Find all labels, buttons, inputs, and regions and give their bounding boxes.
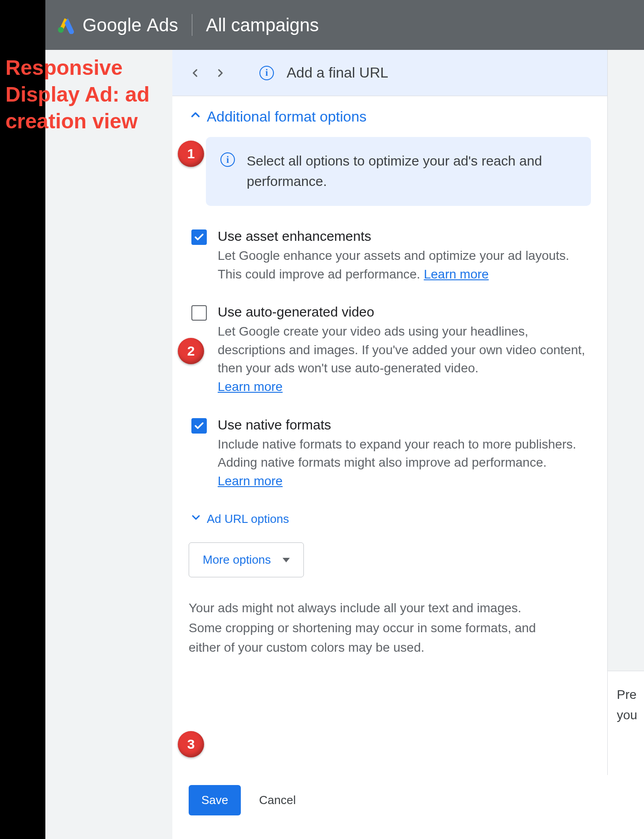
sliver-line: Pre [617, 685, 644, 705]
prev-message-button[interactable] [189, 67, 201, 79]
sliver-line: you [617, 705, 644, 726]
action-bar: Save Cancel [172, 775, 644, 839]
sub-toggle-label: Ad URL options [207, 512, 289, 526]
option-auto-generated-video: Use auto-generated video Let Google crea… [191, 304, 591, 396]
next-message-button[interactable] [214, 67, 227, 79]
info-icon: i [259, 66, 274, 80]
app-header: Google Ads All campaigns [45, 0, 644, 50]
additional-format-options-toggle[interactable]: Additional format options [189, 108, 591, 125]
ad-url-options-toggle[interactable]: Ad URL options [190, 511, 591, 527]
annotation-badge-1: 1 [178, 141, 204, 167]
section-title: Additional format options [207, 108, 366, 125]
more-options-button[interactable]: More options [189, 542, 304, 577]
option-native-formats: Use native formats Include native format… [191, 417, 591, 491]
option-description: Let Google create your video ads using y… [218, 322, 591, 396]
google-ads-logo-text: Google Ads [83, 15, 178, 35]
google-ads-logo: Google Ads [56, 14, 178, 36]
checkbox-auto-generated-video[interactable] [191, 305, 207, 321]
header-scope[interactable]: All campaigns [206, 15, 319, 35]
header-divider [192, 14, 192, 36]
left-sidebar [45, 50, 172, 839]
learn-more-link[interactable]: Learn more [218, 474, 283, 488]
checkbox-native-formats[interactable] [191, 418, 207, 434]
option-description: Include native formats to expand your re… [218, 435, 591, 491]
infobar-message: Add a final URL [287, 64, 388, 81]
cancel-button[interactable]: Cancel [259, 793, 296, 807]
learn-more-link[interactable]: Learn more [424, 267, 488, 281]
annotation-badge-3: 3 [178, 731, 204, 757]
check-icon [194, 232, 205, 243]
option-title: Use native formats [218, 417, 591, 433]
notice-text: Select all options to optimize your ad's… [247, 151, 576, 191]
ad-creation-panel: i Add a final URL Additional format opti… [172, 50, 608, 775]
right-preview-sliver: Pre you [608, 50, 644, 775]
option-asset-enhancements: Use asset enhancements Let Google enhanc… [191, 229, 591, 283]
dropdown-caret-icon [283, 558, 290, 562]
more-options-label: More options [203, 553, 271, 567]
svg-point-0 [58, 27, 64, 33]
chevron-up-icon [189, 108, 202, 125]
option-title: Use auto-generated video [218, 304, 591, 320]
option-description: Let Google enhance your assets and optim… [218, 247, 591, 283]
disclaimer-text: Your ads might not always include all yo… [189, 598, 542, 657]
optimize-notice: i Select all options to optimize your ad… [206, 137, 591, 206]
option-title: Use asset enhancements [218, 229, 591, 244]
annotation-badge-2: 2 [178, 338, 204, 364]
check-icon [194, 420, 205, 431]
annotation-title: Responsive Display Ad: ad creation view [5, 54, 178, 135]
google-ads-logo-icon [56, 14, 76, 36]
save-button[interactable]: Save [189, 785, 241, 815]
chevron-down-icon [190, 511, 202, 527]
learn-more-link[interactable]: Learn more [218, 380, 283, 394]
final-url-infobar: i Add a final URL [172, 50, 607, 96]
info-icon: i [220, 152, 235, 167]
checkbox-asset-enhancements[interactable] [191, 229, 207, 245]
